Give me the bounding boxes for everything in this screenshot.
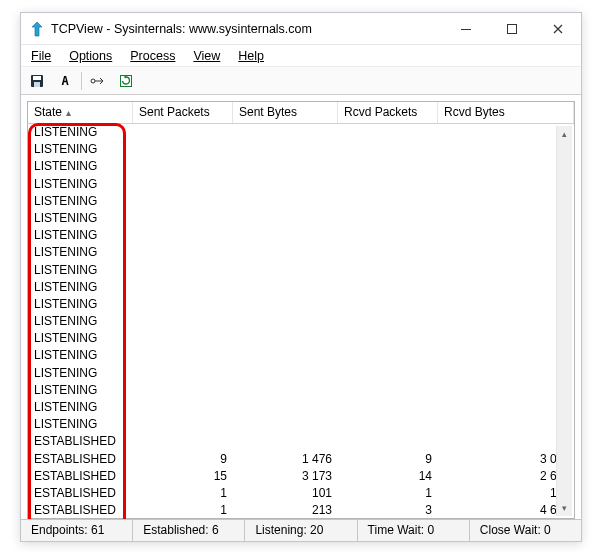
- cell: [133, 244, 233, 261]
- cell: 1: [133, 485, 233, 502]
- table-row[interactable]: LISTENING: [28, 347, 574, 364]
- cell: [133, 193, 233, 210]
- rows-container: LISTENINGLISTENINGLISTENINGLISTENINGLIST…: [28, 124, 574, 518]
- table-row[interactable]: ESTABLISHED: [28, 433, 574, 450]
- table-row[interactable]: LISTENING: [28, 158, 574, 175]
- cell: 14: [338, 468, 438, 485]
- table-row[interactable]: ESTABLISHED153 173142 654: [28, 468, 574, 485]
- cell: [233, 365, 338, 382]
- cell: [338, 416, 438, 433]
- cell: [438, 227, 574, 244]
- cell: [233, 416, 338, 433]
- cell: [338, 124, 438, 141]
- table-row[interactable]: LISTENING: [28, 296, 574, 313]
- cell: ESTABLISHED: [28, 502, 133, 518]
- table-row[interactable]: LISTENING: [28, 313, 574, 330]
- cell: [233, 433, 338, 450]
- menu-options[interactable]: Options: [65, 47, 116, 65]
- menu-help[interactable]: Help: [234, 47, 268, 65]
- cell: [338, 262, 438, 279]
- table-row[interactable]: LISTENING: [28, 365, 574, 382]
- sort-indicator-icon: ▴: [66, 107, 71, 118]
- cell: [233, 210, 338, 227]
- cell: ESTABLISHED: [28, 468, 133, 485]
- menu-process[interactable]: Process: [126, 47, 179, 65]
- table-row[interactable]: LISTENING: [28, 279, 574, 296]
- cell: [233, 193, 338, 210]
- vertical-scrollbar[interactable]: ▴ ▾: [556, 126, 572, 516]
- cell: [338, 296, 438, 313]
- table-row[interactable]: LISTENING: [28, 141, 574, 158]
- svg-rect-0: [461, 29, 471, 30]
- toolbar-separator: [81, 72, 82, 90]
- cell: [438, 433, 574, 450]
- column-rcvd-bytes[interactable]: Rcvd Bytes: [438, 102, 574, 123]
- table-row[interactable]: LISTENING: [28, 399, 574, 416]
- cell: [133, 296, 233, 313]
- app-window: TCPView - Sysinternals: www.sysinternals…: [20, 12, 582, 542]
- close-button[interactable]: [535, 13, 581, 44]
- cell: [338, 382, 438, 399]
- cell: [133, 416, 233, 433]
- table-row[interactable]: LISTENING: [28, 124, 574, 141]
- menu-file[interactable]: File: [27, 47, 55, 65]
- cell: [438, 313, 574, 330]
- cell: [133, 347, 233, 364]
- menu-view[interactable]: View: [189, 47, 224, 65]
- cell: 213: [233, 502, 338, 518]
- cell: [438, 210, 574, 227]
- cell: LISTENING: [28, 399, 133, 416]
- table-row[interactable]: ESTABLISHED11011117: [28, 485, 574, 502]
- cell: LISTENING: [28, 210, 133, 227]
- cell: [438, 124, 574, 141]
- save-button[interactable]: [25, 70, 49, 92]
- cell: [233, 313, 338, 330]
- table-row[interactable]: LISTENING: [28, 382, 574, 399]
- cell: LISTENING: [28, 313, 133, 330]
- status-listening: Listening: 20: [245, 520, 357, 541]
- cell: [233, 399, 338, 416]
- window-title: TCPView - Sysinternals: www.sysinternals…: [51, 22, 312, 36]
- table-row[interactable]: LISTENING: [28, 416, 574, 433]
- cell: [338, 227, 438, 244]
- connection-list[interactable]: State▴ Sent Packets Sent Bytes Rcvd Pack…: [27, 101, 575, 519]
- column-sent-packets[interactable]: Sent Packets: [133, 102, 233, 123]
- scroll-track[interactable]: [557, 142, 572, 500]
- refresh-button[interactable]: [114, 70, 138, 92]
- maximize-button[interactable]: [489, 13, 535, 44]
- column-rcvd-packets[interactable]: Rcvd Packets: [338, 102, 438, 123]
- table-row[interactable]: LISTENING: [28, 262, 574, 279]
- cell: LISTENING: [28, 124, 133, 141]
- cell: [233, 124, 338, 141]
- cell: [338, 244, 438, 261]
- column-sent-bytes[interactable]: Sent Bytes: [233, 102, 338, 123]
- scroll-up-icon[interactable]: ▴: [557, 126, 572, 142]
- cell: [233, 330, 338, 347]
- table-row[interactable]: ESTABLISHED91 47693 059: [28, 451, 574, 468]
- svg-rect-4: [34, 82, 40, 87]
- svg-rect-1: [508, 24, 517, 33]
- table-row[interactable]: LISTENING: [28, 176, 574, 193]
- cell: [438, 347, 574, 364]
- table-row[interactable]: ESTABLISHED121334 647: [28, 502, 574, 518]
- cell: [338, 193, 438, 210]
- cell: [438, 296, 574, 313]
- cell: [338, 365, 438, 382]
- window-controls: [443, 13, 581, 44]
- table-row[interactable]: LISTENING: [28, 244, 574, 261]
- cell: [438, 416, 574, 433]
- table-row[interactable]: LISTENING: [28, 210, 574, 227]
- font-button[interactable]: A: [53, 70, 77, 92]
- connection-button[interactable]: [86, 70, 110, 92]
- table-row[interactable]: LISTENING: [28, 227, 574, 244]
- column-state[interactable]: State▴: [28, 102, 133, 123]
- cell: LISTENING: [28, 365, 133, 382]
- cell: [133, 279, 233, 296]
- table-row[interactable]: LISTENING: [28, 193, 574, 210]
- table-row[interactable]: LISTENING: [28, 330, 574, 347]
- cell: [438, 279, 574, 296]
- cell: LISTENING: [28, 330, 133, 347]
- scroll-down-icon[interactable]: ▾: [557, 500, 572, 516]
- cell: [233, 141, 338, 158]
- minimize-button[interactable]: [443, 13, 489, 44]
